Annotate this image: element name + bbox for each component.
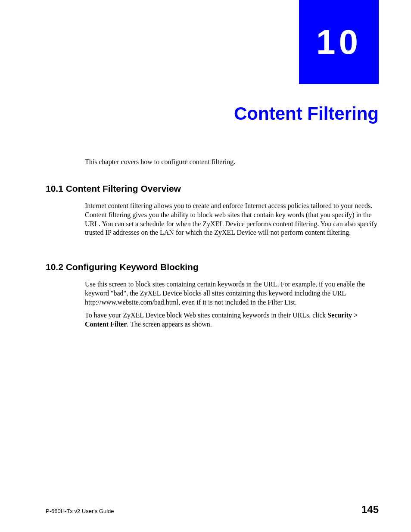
section-heading: 10.1 Content Filtering Overview <box>46 184 379 194</box>
section-body: Internet content filtering allows you to… <box>85 202 379 237</box>
paragraph: To have your ZyXEL Device block Web site… <box>85 311 379 329</box>
footer-page-number: 145 <box>361 504 379 516</box>
chapter-number: 10 <box>316 22 361 62</box>
chapter-number-box: 10 <box>299 0 379 84</box>
text-prefix: To have your ZyXEL Device block Web site… <box>85 311 327 319</box>
text-suffix: . The screen appears as shown. <box>127 320 212 328</box>
footer-guide-name: P-660H-Tx v2 User's Guide <box>46 508 114 514</box>
chapter-intro: This chapter covers how to configure con… <box>85 158 379 166</box>
section-10-1: 10.1 Content Filtering Overview Internet… <box>46 184 379 237</box>
chapter-title: Content Filtering <box>234 103 379 124</box>
page-footer: P-660H-Tx v2 User's Guide 145 <box>46 504 379 516</box>
section-10-2: 10.2 Configuring Keyword Blocking Use th… <box>46 262 379 333</box>
paragraph: Use this screen to block sites containin… <box>85 280 379 307</box>
section-heading: 10.2 Configuring Keyword Blocking <box>46 262 379 272</box>
